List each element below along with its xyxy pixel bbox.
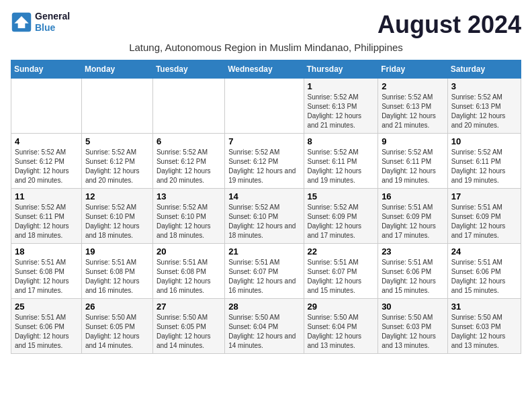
day-info: Sunrise: 5:50 AM Sunset: 6:04 PM Dayligh…	[228, 313, 300, 351]
calendar-cell: 5Sunrise: 5:52 AM Sunset: 6:12 PM Daylig…	[81, 134, 152, 189]
day-number: 1	[308, 81, 375, 91]
day-number: 13	[157, 191, 221, 201]
day-header-wednesday: Wednesday	[225, 60, 304, 79]
calendar-cell	[81, 79, 152, 134]
logo-line2: Blue	[35, 22, 70, 34]
day-number: 23	[382, 246, 444, 257]
day-info: Sunrise: 5:50 AM Sunset: 6:03 PM Dayligh…	[382, 313, 444, 351]
calendar-cell: 19Sunrise: 5:51 AM Sunset: 6:08 PM Dayli…	[81, 244, 152, 299]
day-info: Sunrise: 5:51 AM Sunset: 6:06 PM Dayligh…	[15, 313, 78, 351]
day-number: 14	[228, 191, 300, 201]
day-number: 27	[157, 302, 221, 312]
day-number: 18	[15, 246, 78, 257]
calendar-cell: 11Sunrise: 5:52 AM Sunset: 6:11 PM Dayli…	[11, 189, 82, 244]
logo: General Blue	[11, 11, 70, 34]
calendar-cell: 22Sunrise: 5:51 AM Sunset: 6:07 PM Dayli…	[304, 244, 378, 299]
day-info: Sunrise: 5:52 AM Sunset: 6:13 PM Dayligh…	[308, 93, 375, 130]
calendar-cell: 21Sunrise: 5:51 AM Sunset: 6:07 PM Dayli…	[225, 244, 304, 299]
calendar-cell	[225, 79, 304, 134]
day-info: Sunrise: 5:52 AM Sunset: 6:12 PM Dayligh…	[85, 148, 149, 185]
day-number: 24	[451, 246, 517, 257]
day-info: Sunrise: 5:52 AM Sunset: 6:12 PM Dayligh…	[228, 148, 300, 185]
day-info: Sunrise: 5:52 AM Sunset: 6:11 PM Dayligh…	[308, 148, 375, 185]
day-number: 25	[15, 302, 78, 312]
day-header-sunday: Sunday	[11, 60, 82, 79]
calendar-cell: 24Sunrise: 5:51 AM Sunset: 6:06 PM Dayli…	[447, 244, 521, 299]
day-info: Sunrise: 5:51 AM Sunset: 6:07 PM Dayligh…	[308, 258, 375, 295]
calendar-cell: 10Sunrise: 5:52 AM Sunset: 6:11 PM Dayli…	[447, 134, 521, 189]
logo-line1: General	[35, 11, 70, 22]
day-info: Sunrise: 5:50 AM Sunset: 6:05 PM Dayligh…	[85, 313, 149, 351]
day-info: Sunrise: 5:51 AM Sunset: 6:08 PM Dayligh…	[85, 258, 149, 295]
calendar-cell: 23Sunrise: 5:51 AM Sunset: 6:06 PM Dayli…	[378, 244, 448, 299]
day-info: Sunrise: 5:52 AM Sunset: 6:12 PM Dayligh…	[15, 148, 78, 185]
calendar-cell: 16Sunrise: 5:51 AM Sunset: 6:09 PM Dayli…	[378, 189, 448, 244]
day-number: 4	[15, 136, 78, 146]
day-info: Sunrise: 5:52 AM Sunset: 6:11 PM Dayligh…	[15, 203, 78, 240]
day-header-friday: Friday	[378, 60, 448, 79]
day-header-saturday: Saturday	[447, 60, 521, 79]
calendar-cell: 8Sunrise: 5:52 AM Sunset: 6:11 PM Daylig…	[304, 134, 378, 189]
day-header-thursday: Thursday	[304, 60, 378, 79]
calendar-cell: 2Sunrise: 5:52 AM Sunset: 6:13 PM Daylig…	[378, 79, 448, 134]
day-info: Sunrise: 5:51 AM Sunset: 6:09 PM Dayligh…	[382, 203, 444, 240]
day-info: Sunrise: 5:52 AM Sunset: 6:13 PM Dayligh…	[451, 93, 517, 130]
calendar-cell: 20Sunrise: 5:51 AM Sunset: 6:08 PM Dayli…	[152, 244, 224, 299]
day-number: 3	[451, 81, 517, 91]
day-number: 20	[157, 246, 221, 257]
day-number: 31	[451, 302, 517, 312]
calendar-cell: 15Sunrise: 5:52 AM Sunset: 6:09 PM Dayli…	[304, 189, 378, 244]
calendar-cell: 7Sunrise: 5:52 AM Sunset: 6:12 PM Daylig…	[225, 134, 304, 189]
day-info: Sunrise: 5:52 AM Sunset: 6:11 PM Dayligh…	[382, 148, 444, 185]
day-number: 26	[85, 302, 149, 312]
day-number: 5	[85, 136, 149, 146]
page-subtitle: Latung, Autonomous Region in Muslim Mind…	[11, 42, 521, 53]
calendar-cell: 25Sunrise: 5:51 AM Sunset: 6:06 PM Dayli…	[11, 299, 82, 354]
page-header: General Blue August 2024	[11, 11, 521, 39]
calendar-cell: 26Sunrise: 5:50 AM Sunset: 6:05 PM Dayli…	[81, 299, 152, 354]
week-row-5: 25Sunrise: 5:51 AM Sunset: 6:06 PM Dayli…	[11, 299, 521, 354]
day-number: 2	[382, 81, 444, 91]
day-info: Sunrise: 5:52 AM Sunset: 6:13 PM Dayligh…	[382, 93, 444, 130]
calendar-cell: 6Sunrise: 5:52 AM Sunset: 6:12 PM Daylig…	[152, 134, 224, 189]
calendar-cell: 3Sunrise: 5:52 AM Sunset: 6:13 PM Daylig…	[447, 79, 521, 134]
week-row-4: 18Sunrise: 5:51 AM Sunset: 6:08 PM Dayli…	[11, 244, 521, 299]
day-number: 8	[308, 136, 375, 146]
day-info: Sunrise: 5:52 AM Sunset: 6:10 PM Dayligh…	[228, 203, 300, 240]
calendar-cell: 1Sunrise: 5:52 AM Sunset: 6:13 PM Daylig…	[304, 79, 378, 134]
week-row-3: 11Sunrise: 5:52 AM Sunset: 6:11 PM Dayli…	[11, 189, 521, 244]
day-info: Sunrise: 5:52 AM Sunset: 6:12 PM Dayligh…	[157, 148, 221, 185]
page-title: August 2024	[378, 11, 521, 39]
calendar-cell: 27Sunrise: 5:50 AM Sunset: 6:05 PM Dayli…	[152, 299, 224, 354]
calendar-header-row: SundayMondayTuesdayWednesdayThursdayFrid…	[11, 60, 521, 79]
day-number: 7	[228, 136, 300, 146]
calendar-cell: 30Sunrise: 5:50 AM Sunset: 6:03 PM Dayli…	[378, 299, 448, 354]
calendar-cell: 18Sunrise: 5:51 AM Sunset: 6:08 PM Dayli…	[11, 244, 82, 299]
week-row-1: 1Sunrise: 5:52 AM Sunset: 6:13 PM Daylig…	[11, 79, 521, 134]
day-info: Sunrise: 5:51 AM Sunset: 6:07 PM Dayligh…	[228, 258, 300, 295]
day-number: 22	[308, 246, 375, 257]
calendar-cell: 4Sunrise: 5:52 AM Sunset: 6:12 PM Daylig…	[11, 134, 82, 189]
day-number: 16	[382, 191, 444, 201]
day-header-tuesday: Tuesday	[152, 60, 224, 79]
calendar-cell: 14Sunrise: 5:52 AM Sunset: 6:10 PM Dayli…	[225, 189, 304, 244]
calendar-cell: 28Sunrise: 5:50 AM Sunset: 6:04 PM Dayli…	[225, 299, 304, 354]
day-number: 28	[228, 302, 300, 312]
day-number: 11	[15, 191, 78, 201]
day-info: Sunrise: 5:51 AM Sunset: 6:06 PM Dayligh…	[382, 258, 444, 295]
day-number: 15	[308, 191, 375, 201]
day-header-monday: Monday	[81, 60, 152, 79]
day-number: 12	[85, 191, 149, 201]
day-number: 29	[308, 302, 375, 312]
calendar-cell	[11, 79, 82, 134]
day-number: 21	[228, 246, 300, 257]
day-info: Sunrise: 5:52 AM Sunset: 6:09 PM Dayligh…	[308, 203, 375, 240]
week-row-2: 4Sunrise: 5:52 AM Sunset: 6:12 PM Daylig…	[11, 134, 521, 189]
day-number: 30	[382, 302, 444, 312]
day-info: Sunrise: 5:51 AM Sunset: 6:08 PM Dayligh…	[15, 258, 78, 295]
day-number: 9	[382, 136, 444, 146]
day-number: 17	[451, 191, 517, 201]
calendar-cell: 31Sunrise: 5:50 AM Sunset: 6:03 PM Dayli…	[447, 299, 521, 354]
calendar-cell	[152, 79, 224, 134]
day-info: Sunrise: 5:50 AM Sunset: 6:04 PM Dayligh…	[308, 313, 375, 351]
